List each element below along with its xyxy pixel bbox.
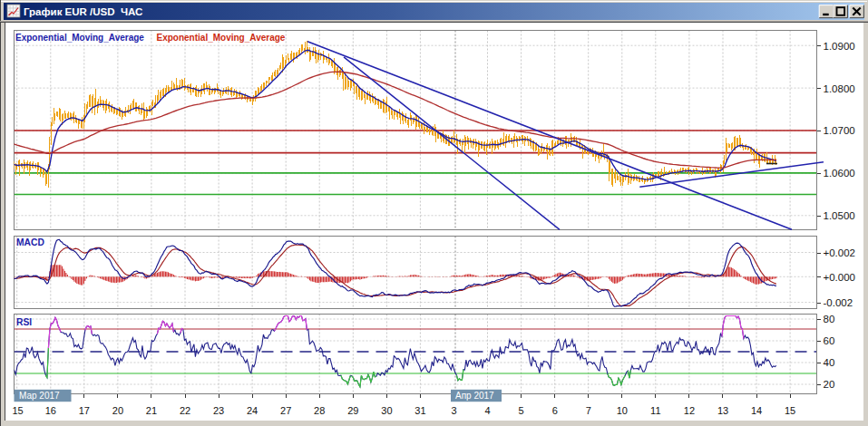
svg-text:20: 20 bbox=[824, 379, 835, 390]
svg-text:MACD: MACD bbox=[16, 237, 44, 247]
svg-text:24: 24 bbox=[247, 405, 258, 416]
svg-text:6: 6 bbox=[552, 405, 558, 416]
svg-text:15: 15 bbox=[785, 405, 795, 416]
svg-text:1.0900: 1.0900 bbox=[824, 41, 855, 52]
svg-text:21: 21 bbox=[146, 405, 157, 416]
svg-text:60: 60 bbox=[824, 335, 835, 346]
svg-text:5: 5 bbox=[519, 405, 524, 416]
svg-text:27: 27 bbox=[280, 405, 291, 416]
svg-text:12: 12 bbox=[684, 405, 695, 416]
svg-text:Exponential_Moving_Average: Exponential_Moving_Average bbox=[157, 33, 286, 43]
svg-text:+0.002: +0.002 bbox=[824, 247, 856, 258]
svg-text:11: 11 bbox=[650, 405, 660, 416]
svg-text:20: 20 bbox=[112, 405, 123, 416]
svg-text:17: 17 bbox=[79, 405, 90, 416]
svg-text:14: 14 bbox=[751, 405, 762, 416]
svg-text:Апр 2017: Апр 2017 bbox=[455, 391, 494, 401]
svg-text:+0.000: +0.000 bbox=[824, 272, 856, 283]
svg-text:График EUR /USD ЧАС: График EUR /USD ЧАС bbox=[24, 6, 142, 17]
svg-text:Мар 2017: Мар 2017 bbox=[19, 391, 60, 401]
svg-text:1.0800: 1.0800 bbox=[824, 83, 855, 94]
svg-text:3: 3 bbox=[451, 405, 456, 416]
svg-text:40: 40 bbox=[824, 357, 835, 368]
svg-text:23: 23 bbox=[213, 405, 224, 416]
svg-text:13: 13 bbox=[717, 405, 728, 416]
svg-text:10: 10 bbox=[617, 405, 628, 416]
svg-text:1.0600: 1.0600 bbox=[824, 168, 855, 179]
svg-text:80: 80 bbox=[824, 314, 835, 324]
svg-text:1.0700: 1.0700 bbox=[824, 125, 855, 136]
svg-text:RSI: RSI bbox=[16, 317, 32, 327]
svg-text:16: 16 bbox=[45, 405, 56, 416]
svg-text:7: 7 bbox=[586, 405, 591, 416]
svg-text:28: 28 bbox=[314, 405, 325, 416]
svg-text:29: 29 bbox=[347, 405, 358, 416]
svg-text:30: 30 bbox=[381, 405, 392, 416]
svg-text:15: 15 bbox=[12, 405, 23, 416]
svg-text:4: 4 bbox=[484, 405, 490, 416]
svg-text:Exponential_Moving_Average: Exponential_Moving_Average bbox=[15, 33, 144, 43]
svg-text:22: 22 bbox=[180, 405, 190, 416]
svg-text:31: 31 bbox=[414, 405, 425, 416]
svg-text:-0.002: -0.002 bbox=[824, 297, 853, 308]
svg-text:1.0500: 1.0500 bbox=[824, 210, 855, 221]
